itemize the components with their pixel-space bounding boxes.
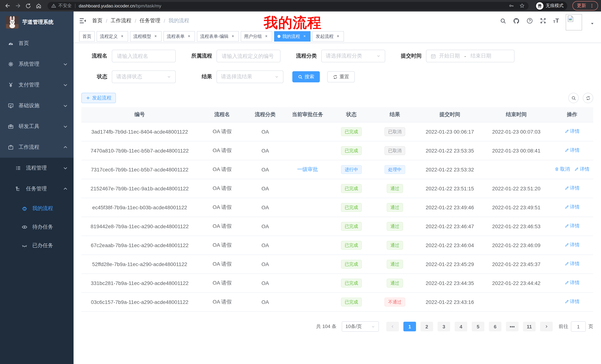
sidebar-item-workflow[interactable]: 工作流程 [0, 137, 74, 158]
sidebar-item-done-task[interactable]: 已办任务 [0, 236, 74, 255]
sidebar-item-home[interactable]: 首页 [0, 33, 74, 54]
close-icon[interactable]: × [186, 34, 192, 39]
table-row: 331bc281-7b9a-11ec-a290-acde48001122OA 请… [81, 274, 593, 293]
security-label[interactable]: 不安全 [58, 3, 72, 9]
page-button-3[interactable]: 3 [438, 322, 450, 331]
sidebar-item-todo-task[interactable]: 待办任务 [0, 218, 74, 236]
tab-流程表单[interactable]: 流程表单× [163, 31, 195, 42]
result-select[interactable]: 请选择流结果 [217, 70, 283, 83]
sidebar-item-system[interactable]: 系统管理 [0, 54, 74, 75]
action-详情[interactable]: 详情 [564, 128, 580, 135]
tab-首页[interactable]: 首页 [79, 31, 95, 42]
cell-status: 已完成 [331, 217, 372, 236]
action-详情[interactable]: 详情 [564, 260, 580, 267]
page-button-6[interactable]: 6 [489, 322, 501, 331]
page-button-4[interactable]: 4 [455, 322, 467, 331]
sidebar-item-pay[interactable]: 支付管理 [0, 75, 74, 95]
breadcrumb-home[interactable]: 首页 [92, 18, 102, 24]
status-select[interactable]: 请选择状态 [112, 70, 176, 83]
page-size-select[interactable]: 10条/页 [342, 321, 379, 332]
browser-home-button[interactable] [34, 1, 43, 10]
date-range-picker[interactable]: 开始日期 - 结束日期 [426, 50, 514, 62]
tab-用户分组[interactable]: 用户分组× [241, 31, 272, 42]
process-definition-input[interactable] [217, 50, 280, 62]
refresh-table-button[interactable] [583, 93, 593, 103]
show-search-button[interactable] [568, 93, 579, 103]
cell-process-name: OA 请假 [198, 293, 246, 312]
cell-id: 331bc281-7b9a-11ec-a290-acde48001122 [81, 274, 198, 293]
page-button-2[interactable]: 2 [421, 322, 433, 331]
more-pages-button[interactable]: ••• [506, 322, 519, 331]
more-vertical-icon[interactable] [590, 3, 594, 8]
action-详情[interactable]: 详情 [564, 223, 580, 229]
current-task-link[interactable]: 一级审批 [297, 166, 318, 172]
prev-page-button[interactable] [386, 322, 399, 331]
create-process-button[interactable]: 发起流程 [81, 93, 116, 103]
cell-actions: 详情 [551, 236, 593, 255]
pencil-icon [564, 224, 569, 228]
cell-process-name: OA 请假 [198, 274, 246, 293]
browser-back-button[interactable] [3, 1, 12, 10]
next-page-button[interactable] [540, 322, 553, 331]
close-icon[interactable]: × [153, 34, 158, 39]
action-详情[interactable]: 详情 [564, 185, 580, 192]
hamburger-icon[interactable] [79, 17, 87, 25]
table-row: 7470a810-7b9b-11ec-b5b7-acde48001122OA 请… [81, 141, 593, 160]
bookmark-star-icon[interactable] [519, 3, 525, 9]
goto-page-input[interactable] [571, 321, 586, 332]
key-icon[interactable] [509, 3, 514, 9]
home-icon [36, 3, 42, 9]
tab-流程表单-编辑[interactable]: 流程表单-编辑× [197, 31, 239, 42]
page-button-11[interactable]: 11 [523, 322, 536, 331]
sidebar-item-infra[interactable]: 基础设施 [0, 95, 74, 116]
breadcrumb-task-mgmt[interactable]: 任务管理 [140, 18, 160, 24]
address-bar[interactable]: 不安全 dashboard.yudao.iocoder.cn/bpm/task/… [48, 2, 529, 10]
breadcrumb-workflow[interactable]: 工作流程 [111, 18, 131, 24]
font-size-icon[interactable]: TT [553, 18, 559, 24]
close-icon[interactable]: × [230, 34, 235, 39]
close-icon[interactable]: × [335, 34, 341, 39]
browser-reload-button[interactable] [24, 1, 33, 10]
action-详情[interactable]: 详情 [564, 241, 580, 248]
close-icon[interactable]: × [302, 34, 307, 39]
tab-发起流程[interactable]: 发起流程× [312, 31, 344, 42]
avatar[interactable] [566, 14, 582, 30]
page-button-1[interactable]: 1 [403, 322, 416, 331]
action-取消[interactable]: 取消 [555, 166, 570, 172]
question-icon[interactable] [526, 18, 533, 24]
app-logo-row[interactable]: 芋道管理系统 [0, 11, 74, 33]
tab-我的流程[interactable]: 我的流程× [274, 31, 311, 42]
search-button[interactable]: 搜索 [292, 71, 320, 82]
caret-down-icon[interactable] [589, 20, 595, 27]
sidebar-item-devtool[interactable]: 研发工具 [0, 116, 74, 137]
tab-流程模型[interactable]: 流程模型× [130, 31, 161, 42]
sidebar-item-task-mgmt[interactable]: 任务管理 [0, 179, 74, 199]
chevron-down-icon [376, 54, 381, 58]
action-详情[interactable]: 详情 [564, 204, 580, 211]
tab-流程定义[interactable]: 流程定义× [97, 31, 128, 42]
reset-button[interactable]: 重置 [327, 71, 355, 82]
cell-category: OA [246, 122, 284, 141]
column-header: 结束时间 [482, 107, 551, 122]
sidebar-item-process-mgmt[interactable]: 流程管理 [0, 158, 74, 179]
close-icon[interactable]: × [264, 34, 269, 39]
browser-forward-button[interactable] [13, 1, 22, 10]
divider [75, 3, 75, 8]
github-icon[interactable] [513, 18, 520, 24]
search-icon[interactable] [500, 18, 506, 24]
close-icon[interactable]: × [120, 34, 125, 39]
action-详情[interactable]: 详情 [564, 147, 580, 153]
cell-process-name: OA 请假 [198, 179, 246, 198]
category-select[interactable]: 请选择流程分类 [321, 50, 385, 62]
fullscreen-icon[interactable] [540, 18, 546, 24]
browser-update-button[interactable]: 更新 [572, 1, 598, 10]
sidebar-item-my-process[interactable]: 我的流程 [0, 199, 74, 218]
cell-status: 已完成 [331, 274, 372, 293]
action-详情[interactable]: 详情 [564, 298, 580, 305]
page-button-5[interactable]: 5 [472, 322, 484, 331]
status-badge: 已完成 [341, 222, 362, 231]
action-详情[interactable]: 详情 [564, 279, 580, 286]
action-详情[interactable]: 详情 [574, 166, 590, 172]
process-name-input[interactable] [112, 50, 176, 62]
cell-process-name: OA 请假 [198, 160, 246, 179]
